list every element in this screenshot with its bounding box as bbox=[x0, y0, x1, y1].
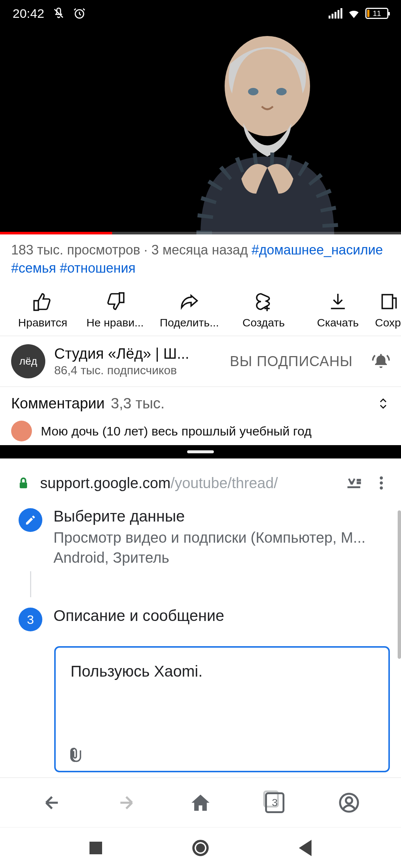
step-title: Описание и сообщение bbox=[53, 607, 224, 625]
view-count: 183 тыс. просмотров bbox=[11, 242, 140, 257]
reader-mode-icon[interactable] bbox=[345, 474, 362, 491]
video-meta-row[interactable]: 183 тыс. просмотров · 3 месяца назад #до… bbox=[0, 234, 401, 282]
back-button[interactable] bbox=[41, 792, 63, 814]
svg-point-3 bbox=[276, 88, 287, 95]
comments-title: Комментарии bbox=[11, 395, 105, 411]
subscriber-count: 86,4 тыс. подписчиков bbox=[54, 364, 217, 377]
more-menu-icon[interactable] bbox=[373, 474, 390, 491]
pencil-icon bbox=[25, 514, 36, 526]
arrow-left-icon bbox=[42, 793, 62, 813]
svg-point-5 bbox=[380, 477, 383, 480]
step-desc: Просмотр видео и подписки (Компьютер, М.… bbox=[53, 527, 365, 568]
subscribed-label[interactable]: ВЫ ПОДПИСАНЫ bbox=[226, 354, 356, 369]
dislike-button[interactable]: Не нрави... bbox=[78, 291, 152, 329]
thumbs-down-icon bbox=[105, 291, 125, 312]
profile-icon bbox=[338, 792, 360, 813]
split-screen-divider[interactable] bbox=[0, 445, 401, 458]
svg-point-6 bbox=[380, 481, 383, 484]
svg-rect-4 bbox=[20, 483, 27, 489]
hashtag-link[interactable]: #домашнее_насилие bbox=[252, 242, 383, 257]
status-bar: 20:42 11 bbox=[0, 0, 401, 27]
commenter-avatar bbox=[11, 421, 32, 441]
video-player[interactable] bbox=[0, 27, 401, 234]
wizard-step-2[interactable]: Выберите данные Просмотр видео и подписк… bbox=[19, 507, 390, 568]
save-button[interactable]: Сохра bbox=[375, 291, 401, 329]
channel-row[interactable]: лёд Студия «Лёд» | Ш... 86,4 тыс. подпис… bbox=[0, 336, 401, 387]
publish-age: 3 месяца назад bbox=[151, 242, 252, 257]
arrow-right-icon bbox=[116, 793, 136, 813]
wizard-step-3: 3 Описание и сообщение bbox=[19, 607, 390, 631]
url-text: support.google.com/youtube/thread/ bbox=[40, 475, 335, 491]
message-text: Пользуюсь Xaomi. bbox=[71, 662, 374, 680]
home-icon bbox=[190, 792, 211, 813]
like-button[interactable]: Нравится bbox=[7, 291, 78, 329]
url-bar[interactable]: support.google.com/youtube/thread/ bbox=[0, 458, 401, 507]
svg-point-1 bbox=[225, 36, 310, 136]
step-title: Выберите данные bbox=[53, 507, 365, 525]
comments-section[interactable]: Комментарии 3,3 тыс. Мою дочь (10 лет) в… bbox=[0, 387, 401, 445]
browser-toolbar: 3 bbox=[0, 777, 401, 827]
nav-back-button[interactable] bbox=[299, 840, 312, 856]
tabs-button[interactable]: 3 bbox=[264, 792, 286, 814]
attach-icon[interactable] bbox=[67, 745, 83, 764]
forward-button[interactable] bbox=[115, 792, 137, 814]
comment-preview[interactable]: Мою дочь (10 лет) весь прошлый учебный г… bbox=[11, 421, 390, 441]
channel-name: Студия «Лёд» | Ш... bbox=[54, 345, 217, 362]
battery-indicator: 11 bbox=[365, 8, 388, 19]
clock: 20:42 bbox=[13, 6, 44, 21]
wifi-icon bbox=[348, 7, 360, 20]
svg-point-9 bbox=[346, 797, 352, 803]
step-number-badge: 3 bbox=[19, 608, 42, 631]
notification-bell-icon[interactable] bbox=[372, 352, 390, 370]
android-nav-bar bbox=[0, 827, 401, 868]
tab-count: 3 bbox=[265, 792, 284, 813]
share-button[interactable]: Поделить... bbox=[152, 291, 226, 329]
expand-collapse-icon[interactable] bbox=[376, 397, 390, 410]
nav-home-button[interactable] bbox=[192, 840, 209, 856]
svg-point-7 bbox=[380, 486, 383, 489]
svg-point-2 bbox=[248, 88, 258, 95]
channel-avatar[interactable]: лёд bbox=[11, 344, 45, 378]
mute-icon bbox=[52, 7, 65, 20]
comment-text: Мою дочь (10 лет) весь прошлый учебный г… bbox=[41, 424, 312, 438]
thumbs-up-icon bbox=[32, 291, 53, 312]
shorts-create-icon bbox=[253, 291, 274, 312]
nav-recents-button[interactable] bbox=[89, 842, 102, 854]
profile-button[interactable] bbox=[338, 792, 360, 814]
save-icon bbox=[379, 291, 400, 312]
comments-count: 3,3 тыс. bbox=[111, 395, 164, 411]
hashtag-link[interactable]: #отношения bbox=[60, 260, 136, 276]
download-button[interactable]: Скачать bbox=[301, 291, 375, 329]
create-button[interactable]: Создать bbox=[226, 291, 301, 329]
video-progress-bar[interactable] bbox=[0, 232, 401, 234]
lock-icon bbox=[17, 476, 30, 490]
signal-icon bbox=[329, 8, 342, 19]
share-icon bbox=[179, 291, 200, 312]
video-thumbnail-figure bbox=[156, 34, 379, 234]
edit-step-badge[interactable] bbox=[19, 508, 42, 532]
action-bar: Нравится Не нрави... Поделить... Создать… bbox=[0, 282, 401, 336]
browser-pane: support.google.com/youtube/thread/ Выбер… bbox=[0, 458, 401, 827]
hashtag-link[interactable]: #семья bbox=[11, 260, 56, 276]
scroll-indicator[interactable] bbox=[398, 510, 401, 659]
message-textarea[interactable]: Пользуюсь Xaomi. bbox=[54, 646, 390, 772]
download-icon bbox=[327, 291, 348, 312]
alarm-icon bbox=[73, 7, 86, 20]
home-button[interactable] bbox=[189, 792, 212, 814]
